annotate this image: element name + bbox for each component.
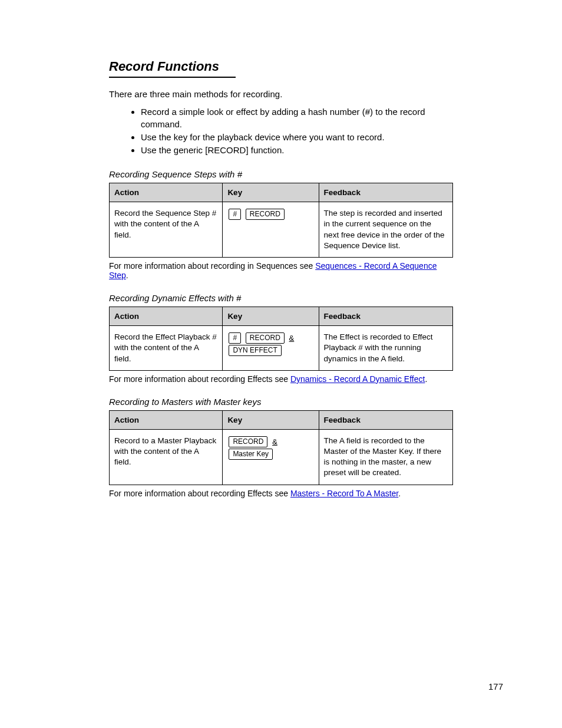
table-header: Feedback	[319, 410, 452, 429]
table-header: Feedback	[319, 183, 452, 202]
caption-text: For more information about recording Eff…	[109, 374, 290, 384]
cross-reference-link[interactable]: Dynamics - Record A Dynamic Effect	[290, 374, 425, 384]
list-item: Use the generic [RECORD] function.	[141, 144, 453, 156]
cell-action: Record the Sequence Step # with the cont…	[110, 202, 223, 258]
caption-text: For more information about recording in …	[109, 261, 315, 271]
caption-text: .	[398, 489, 401, 498]
cross-reference-link[interactable]: Masters - Record To A Master	[290, 489, 398, 498]
action-table: Action Key Feedback Record to a Master P…	[109, 410, 453, 485]
list-item: Use the key for the playback device wher…	[141, 131, 453, 143]
table-header: Feedback	[319, 307, 452, 326]
table-row: Record the Sequence Step # with the cont…	[110, 202, 453, 258]
section-caption: For more information about recording Eff…	[109, 374, 453, 384]
action-table: Action Key Feedback Record the Effect Pl…	[109, 307, 453, 371]
table-row: Record to a Master Playback with the con…	[110, 429, 453, 485]
caption-text: For more information about recording Eff…	[109, 489, 290, 498]
table-header: Key	[223, 183, 319, 202]
section-heading: Recording to Masters with Master keys	[109, 397, 453, 407]
action-table: Action Key Feedback Record the Sequence …	[109, 183, 453, 258]
cell-keys: # RECORD &DYN EFFECT	[223, 326, 319, 371]
table-header: Action	[110, 410, 223, 429]
cell-feedback: The step is recorded and inserted in the…	[319, 202, 452, 258]
cell-action: Record the Effect Playback # with the co…	[110, 326, 223, 371]
page-title: Record Functions	[109, 59, 453, 77]
cell-keys: RECORD &Master Key	[223, 429, 319, 485]
intro-text: There are three main methods for recordi…	[109, 88, 453, 100]
title-divider	[109, 77, 236, 78]
table-header: Key	[223, 307, 319, 326]
cell-keys: # RECORD	[223, 202, 319, 258]
section-caption: For more information about recording in …	[109, 261, 453, 280]
caption-text: .	[126, 271, 128, 280]
table-header: Key	[223, 410, 319, 429]
cell-feedback: The Effect is recorded to Effect Playbac…	[319, 326, 452, 371]
section-caption: For more information about recording Eff…	[109, 489, 453, 498]
cell-feedback: The A field is recorded to the Master of…	[319, 429, 452, 485]
table-header: Action	[110, 307, 223, 326]
page-number: 177	[488, 681, 503, 691]
list-item: Record a simple look or effect by adding…	[141, 106, 453, 130]
table-row: Record the Effect Playback # with the co…	[110, 326, 453, 371]
section-heading: Recording Dynamic Effects with #	[109, 293, 453, 303]
table-header: Action	[110, 183, 223, 202]
caption-text: .	[425, 374, 427, 384]
section-heading: Recording Sequence Steps with #	[109, 169, 453, 179]
cell-action: Record to a Master Playback with the con…	[110, 429, 223, 485]
intro-list: Record a simple look or effect by adding…	[109, 106, 453, 156]
